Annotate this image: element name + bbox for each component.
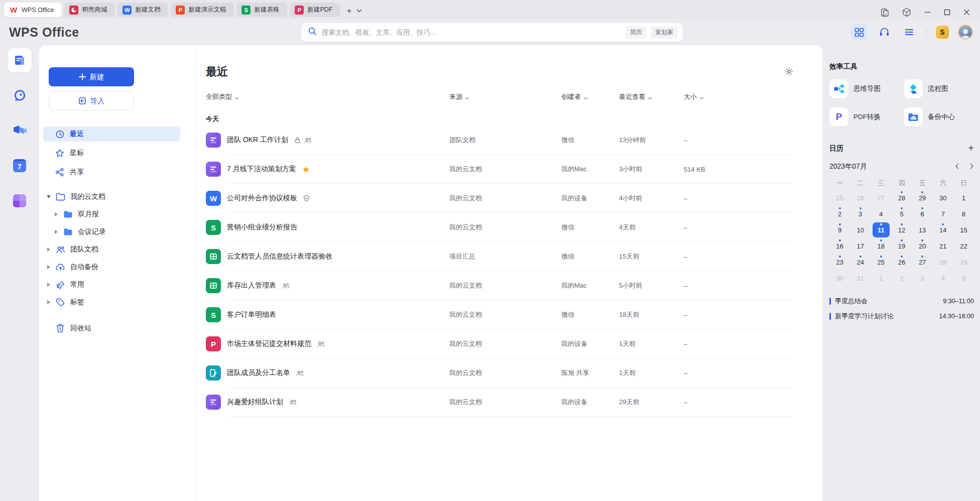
next-month-icon[interactable] <box>970 163 974 171</box>
calendar-day[interactable]: 12 <box>891 222 912 237</box>
calendar-day[interactable]: 15 <box>953 222 974 237</box>
calendar-day[interactable]: 19 <box>891 238 912 254</box>
rail-apps-icon[interactable] <box>8 189 32 213</box>
calendar-day[interactable]: 22 <box>953 238 974 254</box>
file-row[interactable]: S客户订单明细表我的云文档微信18天前– <box>206 300 792 329</box>
calendar-day[interactable]: 30 <box>829 271 850 286</box>
sidebar-item-tags[interactable]: 标签 <box>39 295 195 309</box>
calendar-day[interactable]: 8 <box>953 206 974 221</box>
import-button[interactable]: 导入 <box>49 91 134 110</box>
calendar-day[interactable]: 2 <box>829 206 850 221</box>
calendar-day[interactable]: 17 <box>850 238 871 254</box>
add-event-button[interactable]: + <box>968 143 974 154</box>
tab-wps-logo[interactable]: WWPS Office <box>4 3 62 17</box>
calendar-day[interactable]: 20 <box>912 238 933 254</box>
new-document-button[interactable]: 新建 <box>49 67 134 86</box>
file-row[interactable]: P市场主体登记提交材料规范我的云文档我的设备1天前– <box>206 329 792 358</box>
calendar-day[interactable]: 21 <box>933 238 953 254</box>
expand-expander-icon[interactable] <box>53 212 60 216</box>
workspace-cube-icon[interactable] <box>902 8 911 17</box>
calendar-day[interactable]: 14 <box>933 222 953 237</box>
rail-chat-icon[interactable] <box>8 83 32 107</box>
calendar-day[interactable]: 25 <box>871 255 891 270</box>
tab-list-dropdown[interactable] <box>356 9 362 13</box>
rail-meeting-icon[interactable] <box>8 118 32 143</box>
calendar-day[interactable]: 29 <box>912 190 933 205</box>
filter-creator[interactable]: 创建者 <box>561 92 619 101</box>
close-button[interactable] <box>963 9 970 16</box>
sidebar-item-trash[interactable]: 回收站 <box>39 321 195 335</box>
settings-gear-icon[interactable] <box>785 67 793 78</box>
rail-docs-icon[interactable] <box>8 48 32 72</box>
sidebar-item-bimonthly[interactable]: 双月报 <box>39 207 195 221</box>
calendar-day[interactable]: 9 <box>829 222 850 237</box>
calendar-day[interactable]: 4 <box>933 271 953 286</box>
vip-badge-icon[interactable]: S <box>936 26 949 39</box>
calendar-day[interactable]: 2 <box>891 271 912 286</box>
search-input[interactable] <box>322 29 622 36</box>
sidebar-item-frequent[interactable]: 常用 <box>39 278 195 292</box>
filter-source[interactable]: 来源 <box>449 92 561 101</box>
file-row[interactable]: 云文档管人员信息统计表理器验收项目汇总微信15天前– <box>206 242 792 271</box>
rail-calendar-icon[interactable]: 7 <box>8 154 32 178</box>
file-row[interactable]: 库存出入管理表我的云文档我的Mac5小时前– <box>206 271 792 300</box>
filter-size[interactable]: 大小 <box>684 92 792 101</box>
tab-docer[interactable]: 稻壳商城 <box>64 3 115 17</box>
tool-backup-center[interactable]: 备份中心 <box>904 107 974 127</box>
tab-doc[interactable]: W新建文档 <box>117 3 168 17</box>
calendar-day[interactable]: 16 <box>829 238 850 254</box>
sidebar-item-recent[interactable]: 最近 <box>43 127 180 142</box>
expand-expander-icon[interactable] <box>45 300 52 304</box>
file-row[interactable]: 团队成员及分工名单我的云文档陈旭 共享1天前– <box>206 358 792 388</box>
new-tab-button[interactable]: + <box>346 7 351 15</box>
tool-pdf-convert[interactable]: P PDF转换 <box>829 107 900 127</box>
expand-expander-icon[interactable] <box>53 230 60 234</box>
calendar-day[interactable]: 1 <box>953 190 974 205</box>
calendar-day[interactable]: 18 <box>871 238 891 254</box>
calendar-day[interactable]: 30 <box>933 190 953 205</box>
calendar-day[interactable]: 10 <box>850 222 871 237</box>
calendar-day[interactable]: 31 <box>850 271 871 286</box>
sidebar-item-meeting-notes[interactable]: 会议记录 <box>39 225 195 239</box>
tab-sheet[interactable]: S新建表格 <box>236 3 287 17</box>
calendar-day[interactable]: 27 <box>871 190 891 205</box>
file-row[interactable]: 团队 OKR 工作计划团队文档微信13分钟前– <box>206 126 792 155</box>
search-bar[interactable]: 简历 策划案 <box>301 23 683 42</box>
sidebar-item-cloud-docs[interactable]: 我的云文档 <box>39 190 195 204</box>
prev-month-icon[interactable] <box>955 163 959 171</box>
calendar-day[interactable]: 6 <box>912 206 933 221</box>
apps-grid-icon[interactable] <box>851 24 867 40</box>
maximize-button[interactable] <box>944 9 950 16</box>
tool-mindmap[interactable]: 思维导图 <box>829 79 900 98</box>
tool-flowchart[interactable]: 流程图 <box>904 79 974 98</box>
calendar-day[interactable]: 7 <box>933 206 953 221</box>
tab-ppt[interactable]: P新建演示文稿 <box>171 3 234 17</box>
calendar-day[interactable]: 28 <box>891 190 912 205</box>
event-item[interactable]: 新季度学习计划讨论14:30–16:00 <box>829 309 974 324</box>
expand-expander-icon[interactable] <box>45 265 52 269</box>
calendar-day[interactable]: 3 <box>850 206 871 221</box>
search-tag-plan[interactable]: 策划案 <box>651 26 678 39</box>
calendar-day[interactable]: 4 <box>871 206 891 221</box>
sidebar-item-auto-backup[interactable]: 自动备份 <box>39 260 195 274</box>
calendar-day[interactable]: 28 <box>933 255 953 270</box>
mobile-sync-icon[interactable] <box>881 8 889 17</box>
user-avatar[interactable] <box>958 25 973 40</box>
calendar-day[interactable]: 5 <box>891 206 912 221</box>
calendar-day[interactable]: 26 <box>891 255 912 270</box>
calendar-day[interactable]: 24 <box>850 255 871 270</box>
search-tag-resume[interactable]: 简历 <box>626 26 647 39</box>
calendar-day[interactable]: 26 <box>850 190 871 205</box>
calendar-day[interactable]: 13 <box>912 222 933 237</box>
calendar-day[interactable]: 27 <box>912 255 933 270</box>
sidebar-item-shared[interactable]: 共享 <box>43 165 180 180</box>
calendar-day[interactable]: 1 <box>871 271 891 286</box>
minimize-button[interactable] <box>924 9 931 16</box>
calendar-day[interactable]: 25 <box>829 190 850 205</box>
file-row[interactable]: W公司对外合作协议模板我的云文档我的设备4小时前– <box>206 184 792 213</box>
calendar-day-selected[interactable]: 11 <box>873 222 890 237</box>
support-headset-icon[interactable] <box>876 24 892 40</box>
filter-type[interactable]: 全部类型 <box>206 92 449 101</box>
tab-pdf[interactable]: P新建PDF <box>290 3 340 17</box>
file-row[interactable]: 兴趣爱好组队计划我的云文档我的设备29天前– <box>206 388 792 417</box>
